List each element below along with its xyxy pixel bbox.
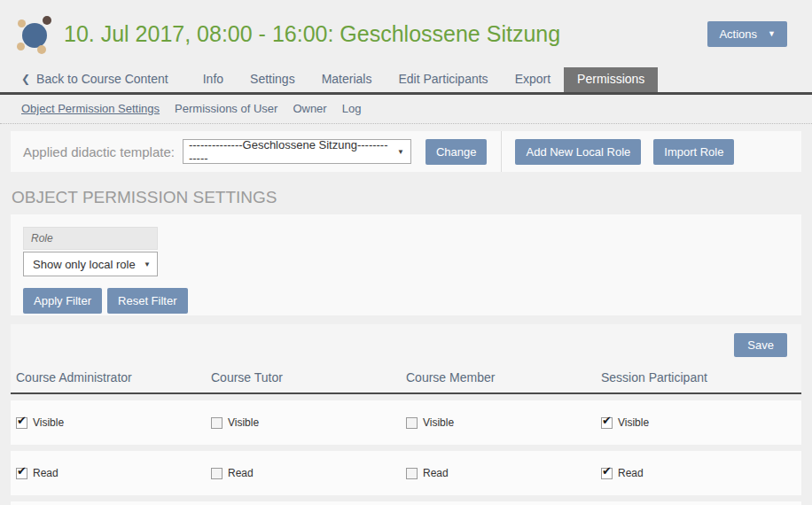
filter-buttons: Apply Filter Reset Filter — [23, 288, 789, 314]
visible-checkbox-course-administrator[interactable]: ✔ — [16, 417, 27, 429]
logo-dot-top-right — [43, 16, 51, 25]
tab-settings[interactable]: Settings — [237, 67, 308, 92]
permission-cell: ✔Read — [16, 467, 211, 479]
role-buttons: Add New Local Role Import Role — [515, 139, 734, 165]
logo-center-dot — [22, 23, 47, 48]
didactic-template-toolbar: Applied didactic template: -------------… — [11, 131, 801, 172]
apply-filter-button[interactable]: Apply Filter — [23, 288, 102, 314]
permissions-rows: ✔VisibleVisibleVisible✔Visible✔ReadReadR… — [0, 400, 812, 495]
permission-label: Visible — [33, 416, 64, 429]
select-arrow-icon: ▼ — [397, 148, 404, 156]
permission-row-read: ✔ReadReadRead✔Read — [11, 451, 801, 495]
actions-button[interactable]: Actions ▼ — [707, 21, 787, 47]
read-checkbox-course-member[interactable] — [406, 468, 418, 479]
permission-cell: Read — [406, 467, 601, 479]
checkmark-icon: ✔ — [17, 465, 27, 477]
permission-cell: ✔Read — [601, 467, 796, 479]
tab-materials[interactable]: Materials — [308, 67, 386, 92]
logo-dot-top-left — [18, 19, 26, 27]
permission-label: Read — [618, 467, 644, 479]
permission-row-visible: ✔VisibleVisibleVisible✔Visible — [11, 400, 801, 445]
chevron-left-icon: ❮ — [21, 73, 30, 85]
permission-cell: ✔Visible — [16, 416, 211, 429]
reset-filter-button[interactable]: Reset Filter — [107, 288, 187, 314]
tab-permissions[interactable]: Permissions — [564, 67, 658, 92]
select-arrow-icon: ▼ — [144, 260, 151, 268]
toolbar-divider — [501, 131, 502, 172]
checkmark-icon: ✔ — [602, 415, 612, 426]
permission-cell: Visible — [211, 416, 406, 429]
next-row-partial — [11, 501, 801, 505]
checkmark-icon: ✔ — [602, 465, 612, 477]
section-title: OBJECT PERMISSION SETTINGS — [12, 188, 812, 207]
session-icon — [12, 12, 57, 56]
permission-label: Read — [33, 467, 59, 479]
tabs: InfoSettingsMaterialsEdit ParticipantsEx… — [190, 67, 659, 92]
permission-label: Read — [228, 467, 254, 479]
permissions-table-header: Save Course AdministratorCourse TutorCou… — [11, 324, 801, 394]
permission-cell: Read — [211, 467, 406, 479]
page-title: 10. Jul 2017, 08:00 - 16:00: Geschlossen… — [64, 21, 560, 47]
role-filter-selected-value: Show only local role — [33, 258, 136, 271]
subtab-log[interactable]: Log — [342, 102, 362, 115]
tab-edit-participants[interactable]: Edit Participants — [385, 67, 501, 92]
import-role-button[interactable]: Import Role — [653, 139, 734, 165]
column-header-course-member: Course Member — [406, 370, 601, 385]
permission-label: Visible — [618, 416, 649, 429]
didactic-template-select[interactable]: --------------Geschlossene Sitzung------… — [183, 139, 411, 164]
column-header-session-participant: Session Participant — [601, 370, 796, 385]
visible-checkbox-course-tutor[interactable] — [211, 417, 223, 429]
logo-dot-bottom-left — [17, 43, 25, 50]
permission-label: Visible — [228, 416, 259, 429]
read-checkbox-session-participant[interactable]: ✔ — [601, 468, 613, 479]
permission-label: Visible — [423, 416, 454, 429]
add-new-local-role-button[interactable]: Add New Local Role — [515, 139, 641, 165]
chevron-down-icon: ▼ — [768, 30, 776, 38]
change-button[interactable]: Change — [426, 139, 488, 165]
role-filter-select[interactable]: Show only local role ▼ — [23, 252, 158, 276]
subtab-owner[interactable]: Owner — [293, 102, 326, 115]
didactic-template-selected-value: --------------Geschlossene Sitzung------… — [189, 138, 391, 165]
page: 10. Jul 2017, 08:00 - 16:00: Geschlossen… — [0, 0, 812, 505]
back-link-label: Back to Course Content — [36, 72, 168, 86]
tab-bar: ❮ Back to Course Content InfoSettingsMat… — [0, 67, 812, 95]
save-button[interactable]: Save — [734, 333, 787, 357]
visible-checkbox-course-member[interactable] — [406, 417, 418, 429]
back-to-course-content-link[interactable]: ❮ Back to Course Content — [21, 67, 177, 92]
visible-checkbox-session-participant[interactable]: ✔ — [601, 417, 613, 429]
header: 10. Jul 2017, 08:00 - 16:00: Geschlossen… — [0, 0, 812, 67]
tab-info[interactable]: Info — [190, 67, 237, 92]
template-label: Applied didactic template: — [23, 144, 175, 159]
tab-export[interactable]: Export — [502, 67, 564, 92]
subtab-permissions-of-user[interactable]: Permissions of User — [175, 102, 277, 115]
checkmark-icon: ✔ — [17, 415, 27, 426]
permission-label: Read — [423, 467, 449, 479]
logo-dot-bottom-right — [37, 45, 46, 54]
role-filter-label: Role — [23, 227, 158, 250]
filter-panel: Role Show only local role ▼ Apply Filter… — [11, 214, 801, 315]
column-header-row: Course AdministratorCourse TutorCourse M… — [11, 357, 801, 392]
subtab-bar: Object Permission SettingsPermissions of… — [0, 95, 812, 124]
column-header-course-tutor: Course Tutor — [211, 370, 406, 385]
permission-cell: Visible — [406, 416, 601, 429]
actions-button-label: Actions — [719, 27, 757, 41]
column-header-course-administrator: Course Administrator — [16, 370, 211, 385]
save-row: Save — [11, 333, 801, 357]
permission-cell: ✔Visible — [601, 416, 796, 429]
subtab-object-permission-settings[interactable]: Object Permission Settings — [21, 102, 160, 115]
read-checkbox-course-administrator[interactable]: ✔ — [16, 468, 27, 479]
read-checkbox-course-tutor[interactable] — [211, 468, 223, 479]
